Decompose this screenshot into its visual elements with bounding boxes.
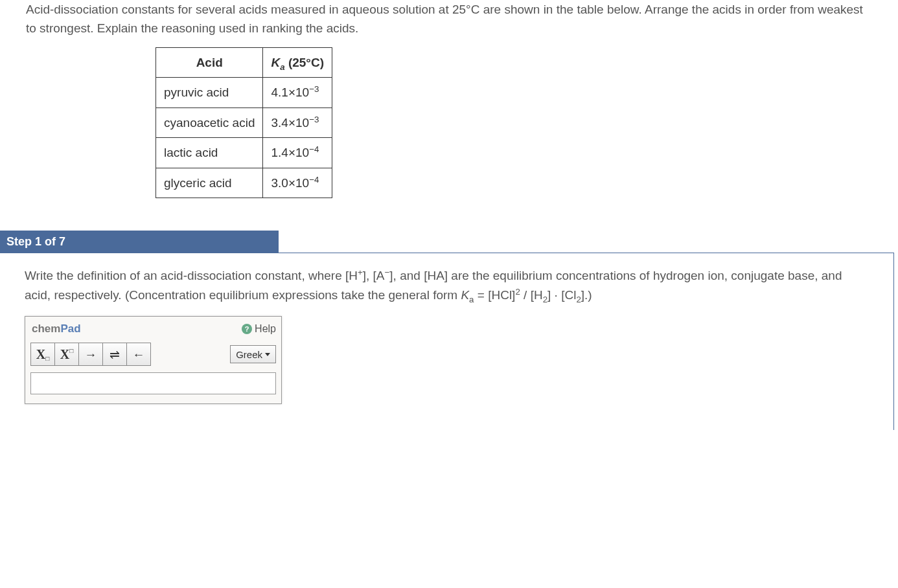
table-row: lactic acid 1.4×10−4 <box>156 138 332 168</box>
ka-value: 4.1×10−3 <box>263 78 332 107</box>
arrow-left-icon: ← <box>133 345 145 364</box>
arrow-right-button[interactable]: → <box>78 343 103 366</box>
help-icon: ? <box>242 324 252 334</box>
acid-name: glyceric acid <box>156 168 263 198</box>
ka-symbol: K <box>271 56 280 69</box>
acid-name: lactic acid <box>156 138 263 168</box>
col-header-ka: Ka (25°C) <box>263 47 332 77</box>
step-frame: Write the definition of an acid-dissocia… <box>0 253 894 430</box>
superscript-button[interactable]: X□ <box>54 343 79 366</box>
acid-ka-table: Acid Ka (25°C) pyruvic acid 4.1×10−3 cya… <box>155 47 332 198</box>
subscript-button[interactable]: X□ <box>30 343 55 366</box>
chempad-header: chemPad ? Help <box>25 317 281 340</box>
arrow-right-icon: → <box>85 345 97 364</box>
help-label: Help <box>255 321 276 337</box>
acid-name: cyanoacetic acid <box>156 107 263 137</box>
table-row: cyanoacetic acid 3.4×10−3 <box>156 107 332 137</box>
greek-label: Greek <box>236 347 262 362</box>
chempad-brand-b: Pad <box>60 322 80 335</box>
help-button[interactable]: ? Help <box>242 321 276 337</box>
table-row: pyruvic acid 4.1×10−3 <box>156 78 332 107</box>
ka-value: 3.4×10−3 <box>263 107 332 137</box>
step-progress-line <box>84 231 279 253</box>
ka-value: 1.4×10−4 <box>263 138 332 168</box>
step-label: Step 1 of 7 <box>0 231 86 253</box>
step-instruction: Write the definition of an acid-dissocia… <box>25 266 869 304</box>
greek-dropdown[interactable]: Greek <box>230 345 276 363</box>
equilibrium-button[interactable]: ⇌ <box>102 343 127 366</box>
col-header-acid: Acid <box>156 47 263 77</box>
chempad-title: chemPad <box>32 321 81 337</box>
table-header-row: Acid Ka (25°C) <box>156 47 332 77</box>
table-row: glyceric acid 3.0×10−4 <box>156 168 332 198</box>
chempad-brand-a: chem <box>32 322 60 335</box>
equilibrium-arrows-icon: ⇌ <box>109 345 120 364</box>
chempad-widget: chemPad ? Help X□ X□ → <box>25 316 282 404</box>
ka-temp: (25°C) <box>285 56 324 69</box>
arrow-left-button[interactable]: ← <box>126 343 151 366</box>
caret-down-icon <box>265 353 270 356</box>
answer-input[interactable] <box>30 372 276 394</box>
chempad-toolbar: X□ X□ → ⇌ ← Greek <box>25 340 281 368</box>
ka-value: 3.0×10−4 <box>263 168 332 198</box>
ka-subscript: a <box>280 62 284 72</box>
question-text: Acid-dissociation constants for several … <box>26 0 872 38</box>
acid-name: pyruvic acid <box>156 78 263 107</box>
step-bar: Step 1 of 7 <box>0 231 898 253</box>
